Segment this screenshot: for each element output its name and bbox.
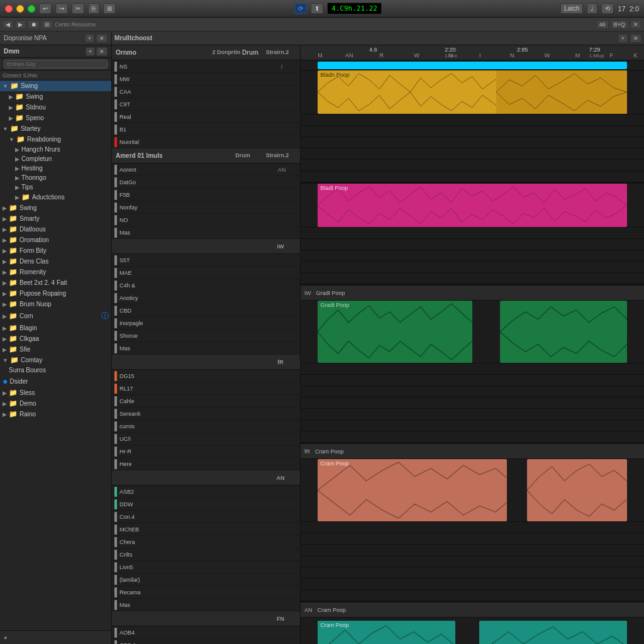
track-item[interactable]: Anoticy xyxy=(112,292,300,304)
track-item[interactable]: Hr-R xyxy=(112,445,300,458)
undo-button[interactable]: ↩ xyxy=(39,3,52,14)
waveform-clip-salmon2[interactable] xyxy=(527,459,626,521)
sidebar-add-button[interactable]: + xyxy=(85,34,94,43)
sidebar-item-hangch[interactable]: ▶ Hangch Nrurs xyxy=(0,145,111,154)
sidebar-item-swing3[interactable]: ▶ 📁 Swing xyxy=(0,203,111,213)
sidebar-close-button[interactable]: ✕ xyxy=(96,34,108,43)
waveform-clip-green1[interactable]: Gradt Poop xyxy=(318,301,472,363)
sidebar-item-dsider[interactable]: ● Dsider xyxy=(0,375,111,387)
redo-button[interactable]: ↪ xyxy=(55,3,68,14)
sidebar-item-blagin[interactable]: ▶ 📁 Blagin xyxy=(0,323,111,333)
sidebar-item-completun[interactable]: ▶ Completun xyxy=(0,154,111,164)
sidebar-item-swing[interactable]: ▼ 📁 Swing xyxy=(0,80,111,91)
sidebar-item-tips[interactable]: ▶ Tips xyxy=(0,182,111,192)
value-46[interactable]: 46 xyxy=(596,20,609,29)
sidebar-item-startey[interactable]: ▼ 📁 Startey xyxy=(0,123,111,134)
track-item[interactable]: MW xyxy=(112,73,300,86)
sidebar-item-aductctions[interactable]: ▶ 📁 Aductctions xyxy=(0,192,111,203)
track-item[interactable]: (lamilar) xyxy=(112,574,300,586)
sidebar-item-sless[interactable]: ▶ 📁 Sless xyxy=(0,387,111,398)
track-item[interactable]: NO xyxy=(112,214,300,226)
track-item[interactable]: RL17 xyxy=(112,382,300,395)
track-item[interactable]: DDW xyxy=(112,498,300,511)
track-item[interactable]: MChEB xyxy=(112,523,300,536)
track-item[interactable]: Con.4 xyxy=(112,511,300,523)
track-item[interactable]: AOB4 xyxy=(112,626,300,639)
sidebar-item-corn[interactable]: ▶ 📁 Corn ⓘ xyxy=(0,309,111,323)
track-item[interactable]: AorentAN xyxy=(112,164,300,176)
back-button[interactable]: ◀ xyxy=(3,20,13,29)
track-item[interactable]: Here xyxy=(112,458,300,470)
track-item[interactable]: NSI xyxy=(112,60,300,73)
track-item[interactable]: F5B xyxy=(112,189,300,201)
loop-button[interactable]: ⟲ xyxy=(601,3,614,14)
sync-button[interactable]: ⟳ xyxy=(294,3,307,14)
sidebar-search-input[interactable] xyxy=(4,60,108,69)
track-item[interactable]: B1 xyxy=(112,123,300,136)
track-item[interactable]: Livn5 xyxy=(112,561,300,574)
sidebar-section-add[interactable]: + xyxy=(86,47,95,56)
cut-button[interactable]: ✂ xyxy=(72,3,84,14)
copy-button[interactable]: ⎘ xyxy=(88,3,99,14)
track-item[interactable]: Cahle xyxy=(112,395,300,408)
track-item[interactable]: Nonfay xyxy=(112,201,300,214)
track-item[interactable]: DatGo xyxy=(112,176,300,189)
track-item[interactable]: Real xyxy=(112,111,300,123)
sidebar-item-surra[interactable]: Surra Bouros xyxy=(0,365,111,375)
sidebar-item-densclas[interactable]: ▶ 📁 Dens Clas xyxy=(0,256,111,267)
track-item[interactable]: Recama xyxy=(112,586,300,599)
waveform-clip-salmon[interactable]: Cram Poop xyxy=(318,459,506,521)
track-item[interactable]: Sereank xyxy=(112,408,300,420)
waveform-clip-teal2[interactable] xyxy=(479,621,627,644)
sidebar-item-smarty[interactable]: ▶ 📁 Smarty xyxy=(0,213,111,224)
waveform-clip-yellow2[interactable] xyxy=(496,70,626,114)
track-item[interactable]: CBD 1 xyxy=(112,639,300,644)
sidebar-section-close[interactable]: ✕ xyxy=(96,47,108,56)
track-item[interactable]: Nuorital xyxy=(112,136,300,148)
waveform-clip-green2[interactable] xyxy=(500,301,627,363)
close-button[interactable] xyxy=(5,5,13,13)
track-item[interactable]: S5T xyxy=(112,254,300,267)
waveform-clip-pink[interactable]: Bladt Poop xyxy=(318,184,626,227)
waveform-clip-teal1[interactable]: Cram Poop xyxy=(318,621,455,644)
maximize-button[interactable] xyxy=(28,5,35,13)
sidebar-item-comtay[interactable]: ▼ 📁 Comtay xyxy=(0,355,111,365)
sidebar-item-thonngo[interactable]: ▶ Thonngo xyxy=(0,173,111,182)
sidebar-item-stdnou[interactable]: ▶ 📁 Stdnou xyxy=(0,102,111,113)
sidebar-item-clkgaa[interactable]: ▶ 📁 Clkgaa xyxy=(0,333,111,344)
paste-button[interactable]: ⊞ xyxy=(103,3,116,14)
sidebar-item-hesting[interactable]: ▶ Hesting xyxy=(0,164,111,173)
export-button[interactable]: ⬆ xyxy=(311,3,323,14)
track-item[interactable]: Crilts xyxy=(112,548,300,561)
sidebar-item-speno[interactable]: ▶ 📁 Speno xyxy=(0,113,111,123)
track-item[interactable]: C9T xyxy=(112,98,300,111)
minimize-button[interactable] xyxy=(16,5,24,13)
sidebar-item-reabdoning[interactable]: ▼ 📁 Reabdoning xyxy=(0,134,111,145)
forward-button[interactable]: ▶ xyxy=(15,20,26,29)
sidebar-item-raino[interactable]: ▶ 📁 Raino xyxy=(0,409,111,419)
track-item[interactable]: Shorue xyxy=(112,330,300,342)
track-item[interactable]: Chera xyxy=(112,536,300,548)
sidebar-item-formbity[interactable]: ▶ 📁 Form Bity xyxy=(0,245,111,256)
snap-button[interactable]: ⊞ xyxy=(42,20,53,29)
track-item[interactable]: UC/I xyxy=(112,433,300,445)
sidebar-item-oromation[interactable]: ▶ 📁 Oromation xyxy=(0,235,111,245)
value-bq[interactable]: B+Q xyxy=(611,20,628,29)
sidebar-item-demo[interactable]: ▶ 📁 Demo xyxy=(0,398,111,409)
sidebar-item-beet[interactable]: ▶ 📁 Beet 2xt 2. 4 Fait xyxy=(0,277,111,288)
track-item[interactable]: CAA xyxy=(112,86,300,98)
tracks-panel-close[interactable]: ✕ xyxy=(630,34,641,43)
waveform-clip-cyan[interactable] xyxy=(318,62,626,69)
tracks-panel-add[interactable]: + xyxy=(618,34,628,43)
sidebar-item-brumnuop[interactable]: ▶ 📁 Brum Nuop xyxy=(0,299,111,309)
sidebar-item-pupose[interactable]: ▶ 📁 Pupose Ropaing xyxy=(0,288,111,299)
sidebar-item-romenity[interactable]: ▶ 📁 Romenity xyxy=(0,267,111,277)
latch-button[interactable]: Latch xyxy=(560,3,583,14)
metronome-button[interactable]: ♩ xyxy=(587,3,597,14)
track-item[interactable]: CBD xyxy=(112,304,300,317)
track-item[interactable]: Mas xyxy=(112,342,300,355)
waveform-scroll[interactable]: Bladn Poop xyxy=(301,60,644,644)
track-item[interactable]: Inorpagle xyxy=(112,317,300,330)
track-item[interactable]: curnis xyxy=(112,420,300,433)
track-item[interactable]: C4h & xyxy=(112,279,300,292)
